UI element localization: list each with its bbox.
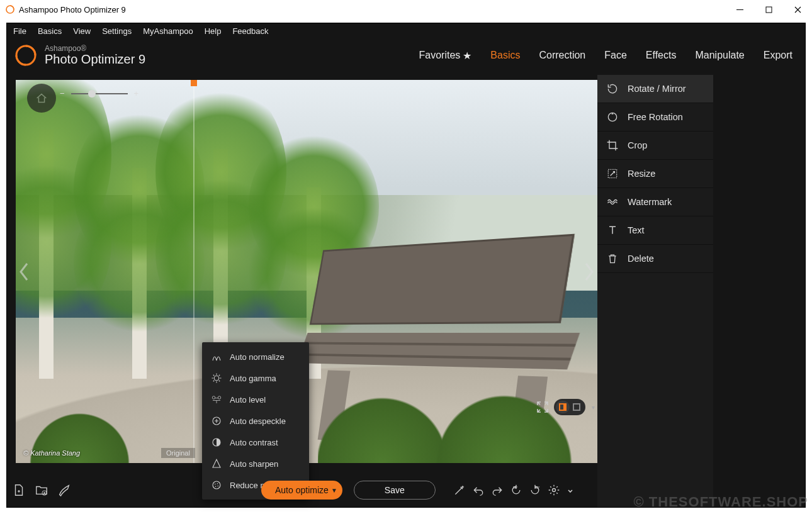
redo-icon[interactable]	[491, 484, 504, 496]
app-frame: File Basics View Settings MyAshampoo Hel…	[6, 23, 806, 508]
bottom-toolbar: Auto optimize ▼ Save 90° 90°	[7, 473, 597, 507]
menubar: File Basics View Settings MyAshampoo Hel…	[7, 23, 805, 38]
free-rotate-icon	[606, 111, 619, 123]
auto-gamma-item[interactable]: Auto gamma	[202, 367, 309, 389]
sidebar-item-rotate-mirror[interactable]: Rotate / Mirror	[597, 75, 713, 103]
sidebar-item-label: Free Rotation	[628, 112, 683, 122]
tab-face[interactable]: Face	[604, 50, 627, 62]
auto-contrast-item[interactable]: Auto contrast	[202, 432, 309, 453]
tab-correction[interactable]: Correction	[539, 50, 585, 62]
sidebar-item-label: Crop	[628, 140, 647, 150]
rotate-icon	[606, 82, 619, 95]
sidebar-item-crop[interactable]: Crop	[597, 131, 713, 160]
level-icon	[211, 394, 222, 405]
auto-despeckle-item[interactable]: Auto despeckle	[202, 410, 309, 432]
sidebar-item-label: Watermark	[628, 197, 672, 207]
menu-file[interactable]: File	[13, 26, 26, 36]
tab-manipulate[interactable]: Manipulate	[695, 50, 744, 62]
maximize-button[interactable]	[754, 0, 783, 19]
svg-point-4	[214, 376, 219, 381]
side-panel: Rotate / Mirror Free Rotation Crop Resiz…	[597, 75, 805, 507]
compare-splitter[interactable]	[193, 80, 195, 463]
chevron-down-icon[interactable]: ▼	[331, 487, 337, 494]
gamma-icon	[211, 372, 222, 384]
app-icon	[5, 4, 15, 14]
resize-icon	[606, 167, 619, 180]
view-toggle: ▾	[535, 399, 597, 415]
brand-line1: Ashampoo®	[45, 45, 145, 53]
auto-normalize-item[interactable]: Auto normalize	[202, 346, 309, 367]
sidebar-item-delete[interactable]: Delete	[597, 245, 713, 273]
svg-rect-2	[766, 7, 772, 13]
auto-level-item[interactable]: Auto level	[202, 389, 309, 410]
sidebar-item-label: Text	[628, 225, 645, 235]
contrast-icon	[211, 437, 222, 448]
canvas-area: Original © Katharina Stang − +	[7, 75, 597, 507]
undo-icon[interactable]	[472, 484, 485, 496]
svg-rect-1	[736, 9, 743, 10]
save-button[interactable]: Save	[354, 481, 436, 500]
close-button[interactable]	[783, 0, 812, 19]
sidebar-item-free-rotation[interactable]: Free Rotation	[597, 103, 713, 131]
basics-tool-list: Rotate / Mirror Free Rotation Crop Resiz…	[597, 75, 713, 507]
single-view-button[interactable]	[570, 401, 584, 413]
zoom-control[interactable]: − +	[60, 89, 138, 98]
window-titlebar: Ashampoo Photo Optimizer 9	[0, 0, 812, 19]
delete-icon	[606, 252, 619, 265]
brand-line2: Photo Optimizer 9	[45, 53, 145, 66]
auto-optimize-button[interactable]: Auto optimize ▼	[261, 481, 342, 500]
svg-text:90°: 90°	[513, 486, 518, 489]
menu-help[interactable]: Help	[205, 26, 222, 36]
menu-settings[interactable]: Settings	[102, 26, 132, 36]
svg-point-6	[218, 396, 221, 399]
sidebar-item-label: Delete	[628, 254, 654, 264]
add-folder-icon[interactable]	[35, 483, 48, 497]
tab-basics[interactable]: Basics	[490, 50, 520, 62]
star-icon: ★	[463, 50, 471, 62]
home-icon	[35, 91, 48, 105]
zoom-out-icon[interactable]: −	[60, 89, 65, 98]
add-file-icon[interactable]	[12, 483, 26, 497]
rotate-right-90-icon[interactable]: 90°	[529, 484, 541, 496]
sidebar-item-label: Rotate / Mirror	[628, 84, 686, 94]
zoom-in-icon[interactable]: +	[134, 89, 139, 98]
brush-icon[interactable]	[57, 483, 71, 497]
prev-photo-button[interactable]	[17, 258, 31, 286]
magic-wand-icon[interactable]	[453, 484, 466, 496]
original-label: Original	[161, 448, 195, 458]
menu-view[interactable]: View	[73, 26, 91, 36]
tab-favorites[interactable]: Favorites ★	[419, 50, 472, 62]
photo-credit: © Katharina Stang	[23, 449, 80, 457]
svg-text:90°: 90°	[535, 486, 540, 489]
auto-sharpen-item[interactable]: Auto sharpen	[202, 453, 309, 474]
menu-basics[interactable]: Basics	[38, 26, 62, 36]
sidebar-item-text[interactable]: Text	[597, 216, 713, 245]
brand: Ashampoo® Photo Optimizer 9	[13, 43, 145, 68]
menu-feedback[interactable]: Feedback	[232, 26, 268, 36]
text-icon	[606, 224, 619, 237]
despeckle-icon	[211, 415, 222, 427]
window-title: Ashampoo Photo Optimizer 9	[19, 5, 126, 14]
sidebar-item-label: Resize	[628, 169, 655, 179]
compare-view-button[interactable]	[556, 401, 570, 413]
home-round-button[interactable]	[27, 84, 56, 113]
menu-myashampoo[interactable]: MyAshampoo	[143, 26, 193, 36]
rotate-left-90-icon[interactable]: 90°	[510, 484, 522, 496]
watermark-icon	[606, 196, 619, 208]
gear-icon[interactable]	[548, 484, 560, 496]
view-more-icon[interactable]: ▾	[589, 404, 597, 411]
category-tabs: Favorites ★ Basics Correction Face Effec…	[419, 50, 792, 62]
crop-icon	[606, 139, 619, 152]
fit-screen-icon[interactable]	[535, 399, 550, 415]
tab-export[interactable]: Export	[764, 50, 792, 62]
tab-effects[interactable]: Effects	[646, 50, 677, 62]
sidebar-item-watermark[interactable]: Watermark	[597, 188, 713, 216]
minimize-button[interactable]	[725, 0, 754, 19]
next-photo-button[interactable]	[582, 258, 596, 286]
sidebar-item-resize[interactable]: Resize	[597, 160, 713, 188]
more-chevron-icon[interactable]	[567, 484, 574, 496]
svg-point-5	[212, 396, 215, 399]
zoom-slider[interactable]	[71, 93, 128, 94]
svg-point-17	[552, 489, 555, 492]
brand-logo-icon	[13, 43, 38, 68]
